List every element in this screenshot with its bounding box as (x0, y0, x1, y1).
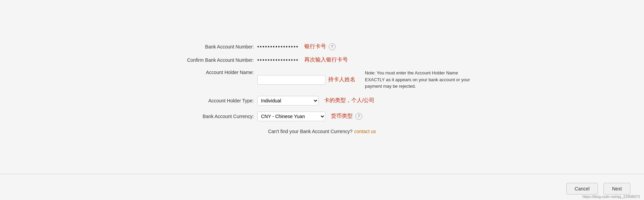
cant-find-text: Can't find your Bank Account Currency? (268, 129, 353, 134)
bank-account-currency-help-icon[interactable]: ? (355, 113, 362, 120)
account-holder-name-label: Account Holder Name: (169, 70, 257, 75)
footer-area: Cancel Next (0, 177, 644, 200)
footer-divider (0, 174, 644, 174)
account-holder-name-input[interactable] (257, 75, 325, 85)
bank-account-number-row: Bank Account Number: •••••••••••••••• 银行… (169, 43, 475, 50)
bank-account-currency-label: Bank Account Currency: (169, 114, 257, 119)
bank-account-currency-annotation: 货币类型 (331, 113, 353, 120)
bank-account-currency-row: Bank Account Currency: CNY - Chinese Yua… (169, 112, 475, 121)
bank-account-number-annotation: 银行卡号 (304, 43, 326, 50)
account-holder-type-label: Account Holder Type: (169, 98, 257, 103)
watermark: https://blog.csdn.net/qq_22908073 (582, 195, 640, 199)
confirm-bank-account-number-dots: •••••••••••••••• (257, 57, 299, 63)
bank-account-number-dots: •••••••••••••••• (257, 44, 299, 50)
confirm-bank-account-number-annotation: 再次输入银行卡号 (304, 56, 348, 63)
account-holder-type-select[interactable]: Individual Company (257, 96, 319, 105)
confirm-bank-account-number-label: Confirm Bank Account Number: (169, 57, 257, 63)
form-inner: Bank Account Number: •••••••••••••••• 银行… (169, 43, 475, 134)
account-holder-note: Note: You must enter the Account Holder … (365, 70, 474, 90)
cant-find-currency-row: Can't find your Bank Account Currency? c… (169, 129, 475, 134)
account-holder-type-annotation: 卡的类型，个人/公司 (324, 97, 374, 104)
cancel-button[interactable]: Cancel (566, 183, 598, 195)
bank-account-number-help-icon[interactable]: ? (329, 43, 336, 50)
bank-account-number-input-wrap: •••••••••••••••• 银行卡号 ? (257, 43, 475, 50)
bank-account-currency-input-wrap: CNY - Chinese Yuan USD - US Dollar EUR -… (257, 112, 475, 121)
bank-account-number-label: Bank Account Number: (169, 44, 257, 49)
account-holder-type-row: Account Holder Type: Individual Company … (169, 96, 475, 105)
confirm-bank-account-number-input-wrap: •••••••••••••••• 再次输入银行卡号 (257, 56, 475, 63)
contact-us-link[interactable]: contact us (354, 129, 376, 134)
bank-account-currency-select[interactable]: CNY - Chinese Yuan USD - US Dollar EUR -… (257, 112, 325, 121)
page-container: Bank Account Number: •••••••••••••••• 银行… (0, 0, 644, 200)
account-holder-type-input-wrap: Individual Company 卡的类型，个人/公司 (257, 96, 475, 105)
confirm-bank-account-number-row: Confirm Bank Account Number: •••••••••••… (169, 56, 475, 63)
account-holder-name-row: Account Holder Name: 持卡人姓名 Note: You mus… (169, 70, 475, 90)
next-button[interactable]: Next (603, 183, 630, 195)
account-holder-name-annotation: 持卡人姓名 (328, 76, 355, 83)
form-area: Bank Account Number: •••••••••••••••• 银行… (0, 0, 644, 170)
account-holder-name-input-wrap: 持卡人姓名 Note: You must enter the Account H… (257, 70, 475, 90)
